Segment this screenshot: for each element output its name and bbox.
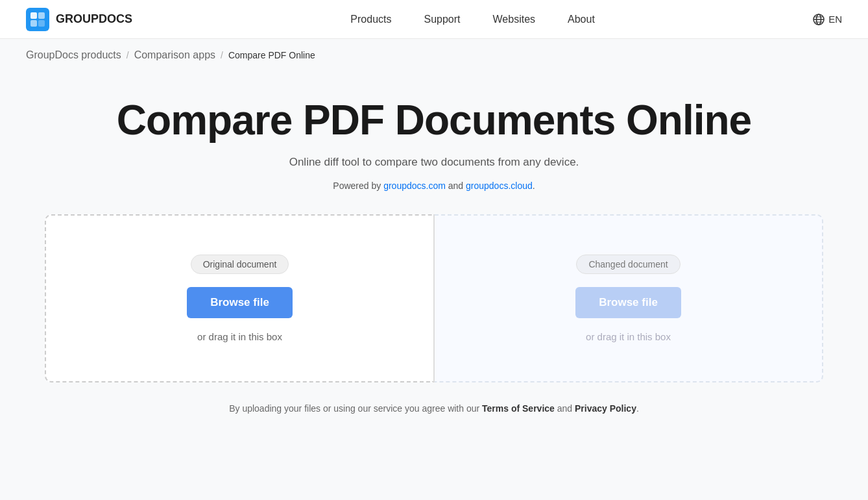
original-doc-label: Original document (191, 255, 289, 274)
main-content: Compare PDF Documents Online Online diff… (0, 71, 868, 440)
breadcrumb-comparison[interactable]: Comparison apps (134, 49, 215, 61)
globe-icon (813, 14, 825, 25)
changed-drop-zone[interactable]: Changed document Browse file or drag it … (435, 214, 823, 382)
groupdocs-logo-icon (26, 8, 49, 31)
breadcrumb-groupdocs[interactable]: GroupDocs products (26, 49, 121, 61)
footer-note-prefix: By uploading your files or using our ser… (229, 403, 482, 414)
original-drag-text: or drag it in this box (197, 331, 282, 342)
svg-rect-0 (26, 8, 49, 31)
footer-note-and: and (555, 403, 575, 414)
nav-about[interactable]: About (568, 14, 595, 25)
powered-by-prefix: Powered by (333, 181, 383, 191)
powered-by: Powered by groupdocs.com and groupdocs.c… (333, 181, 535, 191)
nav-products[interactable]: Products (350, 14, 391, 25)
svg-rect-3 (30, 20, 37, 27)
powered-by-suffix: . (533, 181, 535, 191)
powered-by-and: and (446, 181, 466, 191)
browse-original-button[interactable]: Browse file (187, 287, 293, 318)
language-selector[interactable]: EN (813, 14, 842, 25)
tos-link[interactable]: Terms of Service (482, 403, 555, 414)
nav-support[interactable]: Support (424, 14, 460, 25)
footer-note: By uploading your files or using our ser… (229, 403, 639, 414)
changed-doc-label: Changed document (576, 255, 680, 274)
footer-note-suffix: . (636, 403, 639, 414)
privacy-policy-link[interactable]: Privacy Policy (575, 403, 636, 414)
logo-text: GROUPDOCS (56, 12, 132, 26)
nav-websites[interactable]: Websites (493, 14, 536, 25)
page-title: Compare PDF Documents Online (117, 97, 751, 143)
changed-drag-text: or drag it in this box (586, 331, 671, 342)
browse-changed-button[interactable]: Browse file (575, 287, 681, 318)
groupdocs-com-link[interactable]: groupdocs.com (383, 181, 446, 191)
logo[interactable]: GROUPDOCS (26, 8, 132, 31)
svg-rect-2 (38, 12, 45, 19)
drop-zones-container: Original document Browse file or drag it… (45, 214, 823, 382)
page-subtitle: Online diff tool to compare two document… (289, 156, 579, 169)
original-drop-zone[interactable]: Original document Browse file or drag it… (45, 214, 433, 382)
svg-rect-4 (38, 20, 45, 27)
groupdocs-cloud-link[interactable]: groupdocs.cloud (466, 181, 533, 191)
main-nav: Products Support Websites About (350, 14, 595, 25)
language-label: EN (828, 14, 842, 25)
svg-rect-1 (30, 12, 37, 19)
breadcrumb-sep-1: / (127, 50, 129, 60)
breadcrumb-current: Compare PDF Online (228, 50, 315, 60)
breadcrumb: GroupDocs products / Comparison apps / C… (0, 39, 868, 71)
breadcrumb-sep-2: / (221, 50, 223, 60)
